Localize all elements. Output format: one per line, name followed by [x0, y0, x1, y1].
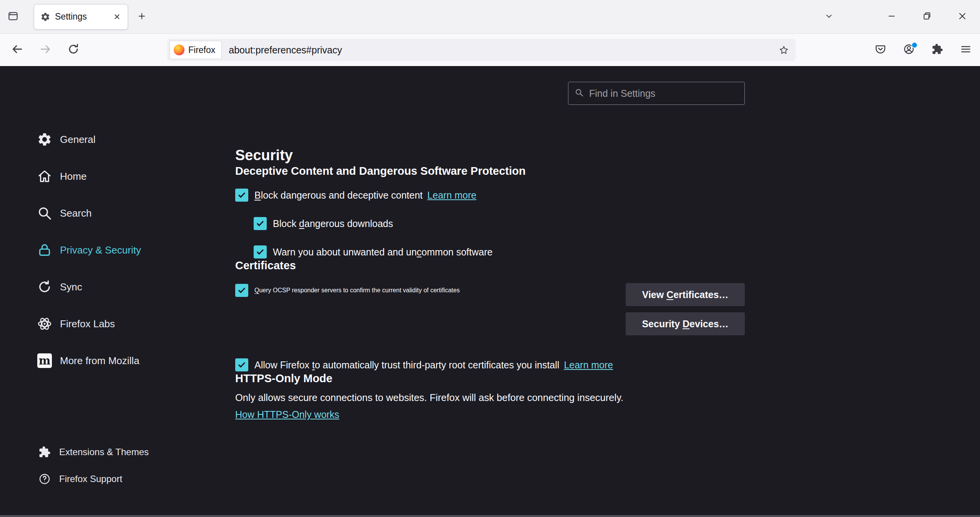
search-engine-chip[interactable]: Firefox	[169, 41, 222, 59]
certificates-heading: Certificates	[235, 258, 745, 272]
lock-icon	[37, 242, 52, 258]
find-in-settings-input[interactable]	[588, 88, 738, 99]
certificates-row: Query OCSP responder servers to confirm …	[235, 283, 745, 335]
puzzle-icon	[932, 43, 943, 56]
search-icon	[575, 88, 584, 99]
reload-button[interactable]	[63, 39, 84, 61]
sidebar-item-sync[interactable]: Sync	[0, 272, 214, 302]
deceptive-content-heading: Deceptive Content and Dangerous Software…	[235, 164, 745, 178]
restore-button[interactable]	[909, 0, 945, 34]
sidebar-item-label: Search	[60, 207, 91, 219]
reload-icon	[67, 43, 80, 57]
checkbox-label[interactable]: Block dangerous and deceptive content	[254, 189, 423, 202]
sync-icon	[37, 279, 52, 295]
learn-more-link[interactable]: Learn more	[427, 190, 477, 201]
firefox-view-button[interactable]	[4, 8, 22, 26]
sidebar-item-label: Sync	[60, 281, 82, 293]
firefox-view-icon	[7, 10, 19, 23]
find-in-settings-box[interactable]	[568, 82, 745, 105]
checkbox-row-trust-third-party-roots: Allow Firefox to automatically trust thi…	[235, 358, 745, 371]
checkbox-label[interactable]: Warn you about unwanted and uncommon sof…	[273, 245, 493, 258]
back-arrow-icon	[11, 43, 23, 57]
settings-gear-icon	[40, 12, 50, 22]
restore-icon	[922, 11, 932, 23]
minimize-icon	[887, 11, 897, 23]
forward-arrow-icon	[39, 43, 51, 57]
settings-main: Security Deceptive Content and Dangerous…	[235, 66, 745, 517]
security-devices-button[interactable]: Security Devices…	[626, 312, 745, 335]
tab-settings[interactable]: Settings	[34, 4, 128, 30]
sidebar-item-privacy-security[interactable]: Privacy & Security	[0, 235, 214, 265]
extensions-button[interactable]	[927, 40, 948, 60]
find-row	[235, 82, 745, 105]
checkbox-trust-third-party-roots[interactable]	[235, 358, 248, 371]
view-certificates-button[interactable]: View Certificates…	[626, 283, 745, 306]
window-bottom-edge	[0, 515, 980, 517]
pocket-button[interactable]	[870, 40, 891, 60]
close-button[interactable]	[945, 0, 980, 34]
tab-title: Settings	[55, 12, 106, 22]
close-icon	[957, 11, 967, 23]
https-only-description: Only allows secure connections to websit…	[235, 391, 745, 404]
sidebar-item-firefox-support[interactable]: Firefox Support	[0, 468, 214, 490]
navigation-toolbar: Firefox about:preferences#privacy	[0, 34, 980, 66]
https-only-works-link[interactable]: How HTTPS-Only works	[235, 409, 339, 420]
sidebar-item-label: Privacy & Security	[60, 244, 141, 256]
sidebar-item-label: Firefox Support	[59, 474, 122, 484]
sidebar-item-more-from-mozilla[interactable]: m More from Mozilla	[0, 346, 214, 375]
checkbox-warn-uncommon-software[interactable]	[254, 245, 267, 258]
learn-more-link[interactable]: Learn more	[564, 360, 613, 371]
mozilla-icon: m	[37, 353, 52, 368]
chevron-down-icon	[825, 12, 833, 22]
sidebar-item-extensions-themes[interactable]: Extensions & Themes	[0, 441, 214, 463]
new-tab-button[interactable]	[133, 8, 150, 25]
sidebar-item-label: Firefox Labs	[60, 318, 115, 330]
sidebar-item-general[interactable]: General	[0, 125, 214, 154]
security-heading: Security	[235, 146, 745, 164]
plus-icon	[137, 12, 146, 22]
checkbox-ocsp[interactable]	[235, 284, 248, 297]
sidebar-item-firefox-labs[interactable]: Firefox Labs	[0, 309, 214, 338]
toolbar-right	[870, 40, 976, 60]
settings-page: General Home Search Privacy & Security S…	[0, 66, 980, 517]
checkbox-block-dangerous-deceptive[interactable]	[235, 189, 248, 202]
settings-sidebar: General Home Search Privacy & Security S…	[0, 66, 214, 517]
app-menu-button[interactable]	[955, 40, 976, 60]
pocket-icon	[875, 43, 886, 56]
sidebar-item-search[interactable]: Search	[0, 199, 214, 228]
search-icon	[37, 205, 52, 221]
sidebar-spacer	[0, 383, 214, 441]
address-bar[interactable]: Firefox about:preferences#privacy	[167, 39, 796, 61]
checkbox-label[interactable]: Block dangerous downloads	[273, 217, 393, 230]
sidebar-item-home[interactable]: Home	[0, 162, 214, 191]
checkbox-row-ocsp: Query OCSP responder servers to confirm …	[235, 283, 626, 297]
sidebar-item-label: Extensions & Themes	[59, 447, 149, 457]
account-button[interactable]	[899, 40, 919, 60]
bookmark-star-icon[interactable]	[776, 42, 792, 58]
puzzle-icon	[38, 446, 51, 458]
https-only-heading: HTTPS-Only Mode	[235, 371, 745, 385]
url-text[interactable]: about:preferences#privacy	[229, 45, 776, 56]
firefox-logo-icon	[174, 45, 184, 55]
hamburger-icon	[960, 43, 972, 56]
tab-bar: Settings	[0, 0, 980, 34]
tab-close-icon[interactable]	[111, 11, 123, 23]
checkbox-label[interactable]: Allow Firefox to automatically trust thi…	[254, 358, 559, 371]
checkbox-row-warn-uncommon-software: Warn you about unwanted and uncommon sof…	[254, 245, 745, 258]
certificate-buttons: View Certificates… Security Devices…	[626, 283, 745, 335]
home-icon	[37, 169, 52, 184]
checkbox-label[interactable]: Query OCSP responder servers to confirm …	[254, 283, 460, 297]
minimize-button[interactable]	[874, 0, 909, 34]
atom-icon	[37, 316, 52, 331]
checkbox-row-block-dangerous-deceptive: Block dangerous and deceptive content Le…	[235, 189, 745, 202]
sidebar-item-label: More from Mozilla	[60, 355, 140, 367]
sidebar-item-label: Home	[60, 171, 86, 182]
forward-button[interactable]	[35, 39, 56, 61]
checkbox-row-block-dangerous-downloads: Block dangerous downloads	[254, 217, 745, 230]
search-engine-label: Firefox	[188, 45, 215, 55]
back-button[interactable]	[7, 39, 28, 61]
checkbox-block-dangerous-downloads[interactable]	[254, 217, 267, 230]
list-all-tabs-button[interactable]	[821, 8, 837, 25]
tabbar-right	[821, 0, 980, 33]
gear-icon	[37, 132, 52, 147]
